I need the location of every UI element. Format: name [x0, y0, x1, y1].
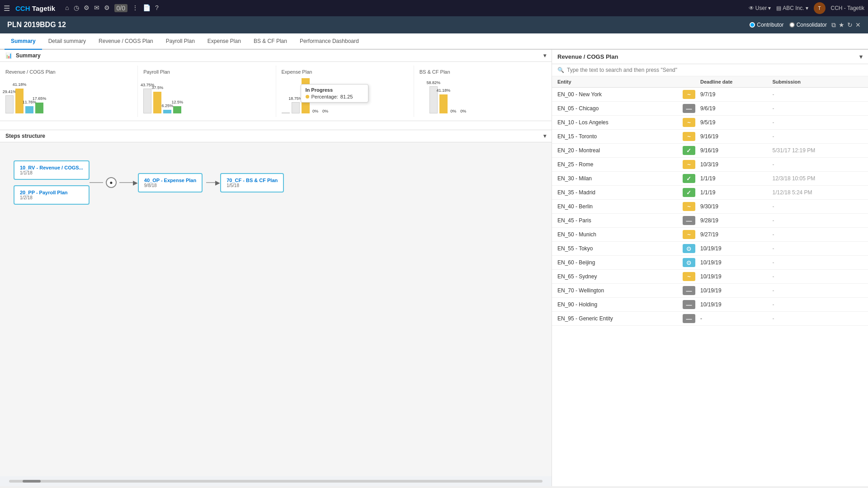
node-pp-title: 20_PP - Payroll Plan — [20, 190, 83, 195]
cell-status: — — [678, 300, 700, 309]
cell-submission: - — [773, 231, 863, 238]
flow-node-cf[interactable]: 70_CF - BS & CF Plan 1/5/18 — [220, 173, 284, 192]
cell-deadline: 10/19/19 — [700, 287, 773, 294]
table-icon: ▤ — [776, 5, 781, 11]
status-badge: — — [683, 314, 695, 323]
flow-node-pp[interactable]: 20_PP - Payroll Plan 1/2/18 — [14, 185, 90, 205]
close-icon[interactable]: ✕ — [855, 21, 861, 29]
table-row[interactable]: EN_15 - Toronto ~ 9/16/19 - — [552, 130, 868, 144]
cell-deadline: 10/19/19 — [700, 301, 773, 308]
tab-expense[interactable]: Expense Plan — [201, 33, 247, 50]
contributor-radio[interactable]: Contributor — [750, 22, 783, 28]
right-panel-toggle[interactable]: ▾ — [859, 53, 863, 60]
cell-submission: - — [773, 91, 863, 98]
cell-status: ~ — [678, 202, 700, 211]
node-rv-title: 10_RV - Revenue / COGS... — [20, 165, 83, 170]
table-row[interactable]: EN_55 - Tokyo ⊙ 10/19/19 - — [552, 242, 868, 256]
user-dropdown[interactable]: 👁 User ▾ — [749, 5, 771, 11]
flow-node-op[interactable]: 40_OP - Expense Plan 9/8/18 — [138, 173, 203, 192]
top-bar: ☰ CCH Tagetik ⌂ ◷ ⚙ ✉ ⚙ 0/0 ⋮ 📄 ? 👁 User… — [0, 0, 868, 16]
mail-icon[interactable]: ✉ — [94, 4, 99, 12]
cell-status: ⊙ — [678, 244, 700, 253]
table-row[interactable]: EN_35 - Madrid ✓ 1/1/19 1/12/18 5:24 PM — [552, 186, 868, 200]
table-row[interactable]: EN_05 - Chicago — 9/6/19 - — [552, 102, 868, 116]
summary-toggle[interactable]: ▾ — [543, 52, 546, 59]
table-row[interactable]: EN_00 - New York ~ 9/7/19 - — [552, 88, 868, 102]
arrow-right-2: ▶ — [215, 179, 220, 186]
tab-detail-summary[interactable]: Detail summary — [42, 33, 92, 50]
table-row[interactable]: EN_20 - Montreal ✓ 9/16/19 5/31/17 12:19… — [552, 144, 868, 158]
bar-expense-4: 0% — [311, 107, 320, 113]
flow-node-rv[interactable]: 10_RV - Revenue / COGS... 1/1/18 — [14, 160, 90, 180]
refresh-icon[interactable]: ↻ — [847, 21, 853, 29]
table-row[interactable]: EN_60 - Beijing ⊙ 10/19/19 - — [552, 256, 868, 270]
node-cf-date: 1/5/18 — [226, 183, 278, 188]
tab-payroll[interactable]: Payroll Plan — [160, 33, 201, 50]
bar-payroll-2: 37.5% — [153, 92, 161, 113]
cell-deadline: 10/19/19 — [700, 259, 773, 266]
steps-section-header: Steps structure ▾ — [0, 130, 552, 142]
title-bar-right: Contributor Consolidator ⧉ ★ ↻ ✕ — [750, 21, 861, 29]
doc-icon[interactable]: 📄 — [143, 4, 151, 12]
table-row[interactable]: EN_65 - Sydney ~ 10/19/19 - — [552, 270, 868, 284]
chevron-down-icon2: ▾ — [806, 5, 808, 11]
bar-e4 — [311, 107, 320, 108]
bar-e1 — [282, 113, 290, 113]
tab-revenue-cogs[interactable]: Revenue / COGS Plan — [92, 33, 160, 50]
summary-title: Summary — [16, 52, 41, 59]
clock-icon[interactable]: ◷ — [74, 4, 79, 12]
avatar[interactable]: T — [814, 2, 826, 14]
cell-deadline: 10/19/19 — [700, 273, 773, 280]
more-icon[interactable]: ⋮ — [132, 4, 138, 12]
node-rv-date: 1/1/18 — [20, 170, 83, 175]
bar-e3 — [302, 78, 310, 113]
table-row[interactable]: EN_90 - Holding — 10/19/19 - — [552, 298, 868, 312]
search-input[interactable] — [567, 67, 863, 73]
chart-expense: Expense Plan 18.75% In Progress — [276, 66, 414, 117]
chart-bscf: BS & CF Plan 58.82% 41.18% — [414, 66, 552, 117]
cell-status: ✓ — [678, 188, 700, 197]
chart-expense-label: Expense Plan — [282, 69, 408, 75]
tab-bs-cf[interactable]: BS & CF Plan — [247, 33, 293, 50]
top-bar-right: 👁 User ▾ ▤ ABC Inc. ▾ T CCH - Tagetik — [749, 2, 864, 14]
status-badge: ~ — [683, 118, 695, 127]
table-row[interactable]: EN_45 - Paris — 9/28/19 - — [552, 214, 868, 228]
bar-payroll-1: 43.75% — [143, 89, 151, 113]
tab-performance[interactable]: Performance Dashboard — [293, 33, 365, 50]
cell-deadline: 9/5/19 — [700, 119, 773, 126]
cell-status: ✓ — [678, 174, 700, 183]
node-pp-date: 1/2/18 — [20, 195, 83, 200]
window-icon[interactable]: ⧉ — [831, 21, 836, 29]
table-row[interactable]: EN_25 - Rome ~ 10/3/19 - — [552, 158, 868, 172]
company-dropdown[interactable]: ▤ ABC Inc. ▾ — [776, 5, 808, 11]
tab-summary[interactable]: Summary — [5, 33, 42, 50]
scroll-track[interactable] — [9, 480, 542, 483]
settings-icon[interactable]: ⚙ — [104, 4, 110, 12]
star-icon[interactable]: ★ — [839, 21, 844, 29]
table-row[interactable]: EN_95 - Generic Entity — - - — [552, 312, 868, 326]
hamburger-icon[interactable]: ☰ — [4, 4, 10, 13]
tools-icon[interactable]: ⚙ — [84, 4, 90, 12]
home-icon[interactable]: ⌂ — [65, 4, 69, 12]
right-panel-title: Revenue / COGS Plan — [557, 53, 618, 60]
table-row[interactable]: EN_70 - Wellington — 10/19/19 - — [552, 284, 868, 298]
table-row[interactable]: EN_50 - Munich ~ 9/27/19 - — [552, 228, 868, 242]
table-row[interactable]: EN_30 - Milan ✓ 1/1/19 12/3/18 10:05 PM — [552, 172, 868, 186]
help-icon[interactable]: ? — [155, 4, 159, 12]
title-bar: PLN 2019BDG 12 Contributor Consolidator … — [0, 16, 868, 33]
scroll-thumb[interactable] — [23, 480, 41, 483]
app-label: CCH - Tagetik — [831, 5, 864, 11]
table-row[interactable]: EN_10 - Los Angeles ~ 9/5/19 - — [552, 116, 868, 130]
status-badge: ~ — [683, 160, 695, 169]
contributor-dot — [750, 22, 755, 28]
col-header-deadline: Deadline date — [700, 79, 773, 84]
status-badge: ⊙ — [683, 258, 695, 267]
consolidator-radio[interactable]: Consolidator — [789, 22, 827, 28]
bar-expense-1 — [282, 113, 290, 113]
steps-toggle[interactable]: ▾ — [543, 133, 546, 139]
cell-status: ~ — [678, 90, 700, 99]
table-row[interactable]: EN_40 - Berlin ~ 9/30/19 - — [552, 200, 868, 214]
flow-connector-2: ▶ — [206, 179, 220, 186]
summary-section-header: 📊 Summary ▾ — [0, 50, 552, 62]
bar-e2: 18.75% — [292, 102, 300, 113]
